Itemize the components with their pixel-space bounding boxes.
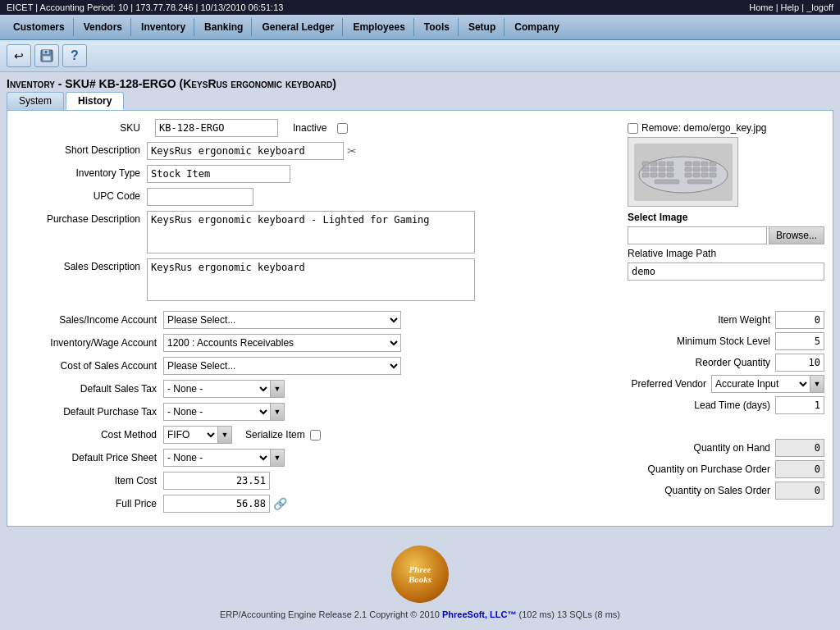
sales-description-row: Sales Description KeysRus ergonomic keyb…	[16, 258, 611, 301]
cost-method-label: Cost Method	[16, 429, 163, 441]
browse-button[interactable]: Browse...	[769, 226, 824, 244]
sales-tax-arrow[interactable]: ▼	[270, 380, 285, 398]
serialize-item-row: Serialize Item	[245, 429, 321, 441]
serialize-item-checkbox[interactable]	[310, 430, 321, 441]
cost-sales-row: Cost of Sales Account Please Select...	[16, 357, 587, 375]
help-button[interactable]: ?	[62, 44, 87, 67]
qty-on-hand-input[interactable]	[775, 439, 824, 457]
help-link[interactable]: Help	[781, 2, 800, 12]
remove-check-row: Remove: demo/ergo_key.jpg	[628, 122, 824, 134]
qty-on-po-label: Quantity on Purchase Order	[648, 463, 770, 475]
inventory-type-label: Inventory Type	[16, 165, 147, 179]
min-stock-input[interactable]	[775, 332, 824, 350]
short-description-input[interactable]	[147, 142, 344, 160]
svg-rect-28	[701, 173, 708, 177]
qty-on-so-input[interactable]	[775, 482, 824, 500]
inventory-wage-select[interactable]: 1200 : Accounts Receivables	[163, 334, 401, 352]
sku-row: SKU Inactive	[16, 119, 611, 137]
back-button[interactable]: ↩	[7, 44, 31, 67]
nav-tools[interactable]: Tools	[416, 18, 459, 36]
item-weight-row: Item Weight	[595, 311, 824, 329]
select-image-label: Select Image	[628, 212, 824, 223]
full-price-input[interactable]	[163, 495, 270, 513]
main-content: SKU Inactive Short Description ✂ Invento…	[7, 110, 833, 527]
svg-rect-20	[701, 162, 708, 166]
inventory-type-input[interactable]	[147, 165, 290, 183]
purchase-description-textarea[interactable]: KeysRus ergonomic keyboard - Lighted for…	[147, 211, 475, 253]
svg-rect-29	[710, 173, 716, 177]
status-bar: EICET | Accounting Period: 10 | 173.77.7…	[0, 0, 840, 15]
svg-rect-16	[659, 173, 665, 177]
browse-input[interactable]	[628, 226, 767, 244]
nav-employees[interactable]: Employees	[345, 18, 413, 36]
logo-area: PhreeBooks	[12, 546, 828, 609]
item-cost-row: Item Cost	[16, 472, 587, 490]
sales-income-select[interactable]: Please Select...	[163, 311, 401, 329]
top-section: SKU Inactive Short Description ✂ Invento…	[16, 119, 824, 306]
qty-on-hand-row: Quantity on Hand	[595, 439, 824, 457]
full-price-label: Full Price	[16, 498, 163, 509]
item-weight-input[interactable]	[775, 311, 824, 329]
nav-inventory[interactable]: Inventory	[133, 18, 194, 36]
qty-on-so-label: Quantity on Sales Order	[664, 485, 770, 496]
preferred-vendor-arrow[interactable]: ▼	[810, 375, 824, 393]
qty-on-po-input[interactable]	[775, 460, 824, 478]
preferred-vendor-select[interactable]: Accurate Input	[711, 375, 810, 393]
purchase-description-label: Purchase Description	[16, 211, 147, 225]
svg-rect-27	[693, 173, 700, 177]
price-sheet-arrow[interactable]: ▼	[270, 449, 285, 467]
nav-general-ledger[interactable]: General Ledger	[253, 18, 343, 36]
remove-image-checkbox[interactable]	[628, 123, 638, 134]
reorder-qty-input[interactable]	[775, 354, 824, 372]
phreesoft-link[interactable]: PhreeSoft, LLC™	[442, 609, 516, 619]
default-price-sheet-select[interactable]: - None -	[163, 449, 270, 467]
default-sales-tax-select[interactable]: - None -	[163, 380, 270, 398]
save-button[interactable]	[34, 44, 59, 67]
qty-on-hand-label: Quantity on Hand	[694, 442, 770, 454]
tab-history[interactable]: History	[66, 92, 124, 110]
relative-path-input[interactable]	[628, 262, 824, 281]
scissors-icon[interactable]: ✂	[347, 144, 357, 158]
short-description-row: Short Description ✂	[16, 142, 611, 160]
qty-on-po-row: Quantity on Purchase Order	[595, 460, 824, 478]
tabs: System History	[0, 92, 840, 110]
logoff-link[interactable]: _logoff	[806, 2, 833, 12]
nav-company[interactable]: Company	[506, 18, 568, 36]
cost-method-arrow[interactable]: ▼	[217, 426, 232, 444]
default-purchase-tax-row: Default Purchase Tax - None - ▼	[16, 403, 587, 421]
purchase-tax-arrow[interactable]: ▼	[270, 403, 285, 421]
inventory-wage-label: Inventory/Wage Account	[16, 337, 163, 349]
nav-bar: Customers Vendors Inventory Banking Gene…	[0, 15, 840, 40]
lead-time-input[interactable]	[775, 396, 824, 414]
reorder-qty-row: Reorder Quantity	[595, 354, 824, 372]
nav-vendors[interactable]: Vendors	[75, 18, 131, 36]
footer-text: ERP/Accounting Engine Release 2.1 Copyri…	[12, 609, 828, 619]
serialize-item-label: Serialize Item	[245, 429, 305, 441]
inventory-wage-row: Inventory/Wage Account 1200 : Accounts R…	[16, 334, 587, 352]
svg-rect-11	[651, 167, 657, 171]
cost-method-row: Cost Method FIFO ▼ Serialize Item	[16, 426, 587, 444]
cost-method-select[interactable]: FIFO	[163, 426, 217, 444]
footer-left-text: ERP/Accounting Engine Release 2.1 Copyri…	[220, 609, 442, 619]
sales-description-textarea[interactable]: KeysRus ergonomic keyboard	[147, 258, 475, 301]
upc-code-input[interactable]	[147, 188, 253, 206]
sku-input[interactable]	[155, 119, 278, 137]
purchase-description-row: Purchase Description KeysRus ergonomic k…	[16, 211, 611, 253]
footer-right-text: (102 ms) 13 SQLs (8 ms)	[516, 609, 620, 619]
item-cost-input[interactable]	[163, 472, 270, 490]
home-link[interactable]: Home	[749, 2, 773, 12]
upc-code-label: UPC Code	[16, 188, 147, 202]
nav-customers[interactable]: Customers	[5, 18, 74, 36]
tab-system[interactable]: System	[7, 92, 64, 110]
lead-time-row: Lead Time (days)	[595, 396, 824, 414]
default-purchase-tax-select[interactable]: - None -	[163, 403, 270, 421]
nav-banking[interactable]: Banking	[196, 18, 252, 36]
browse-row: Browse...	[628, 226, 824, 244]
calculator-icon[interactable]: 🔗	[273, 497, 287, 510]
cost-sales-select[interactable]: Please Select...	[163, 357, 401, 375]
nav-setup[interactable]: Setup	[460, 18, 504, 36]
inactive-checkbox[interactable]	[337, 123, 348, 134]
svg-rect-18	[685, 162, 692, 166]
preferred-vendor-row: Preferred Vendor Accurate Input ▼	[595, 375, 824, 393]
cost-sales-label: Cost of Sales Account	[16, 360, 163, 372]
